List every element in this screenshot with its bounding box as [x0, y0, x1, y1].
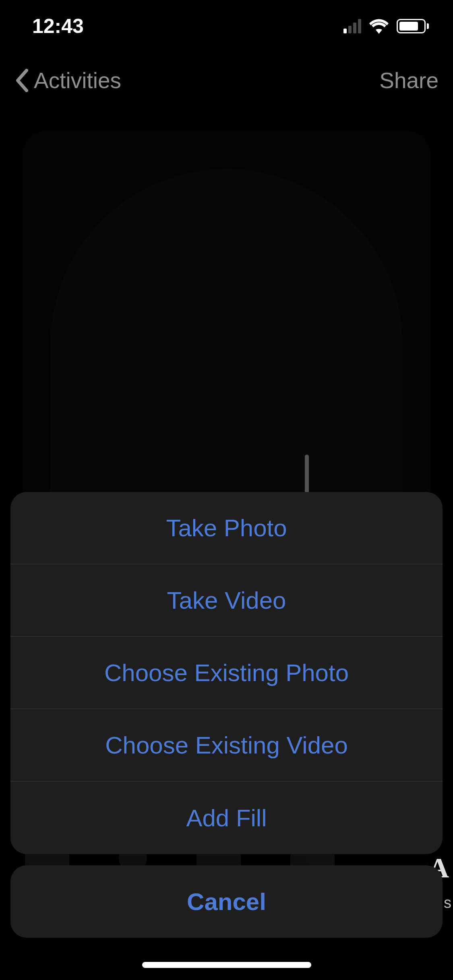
action-sheet-item-label: Choose Existing Photo [104, 659, 349, 687]
choose-existing-photo-button[interactable]: Choose Existing Photo [10, 637, 443, 709]
status-bar: 12:43 [0, 0, 453, 52]
action-sheet-item-label: Choose Existing Video [105, 731, 348, 759]
share-button[interactable]: Share [379, 68, 439, 93]
chevron-left-icon [14, 69, 28, 92]
action-sheet-cancel-group: Cancel [10, 865, 443, 938]
status-right [343, 19, 429, 34]
take-video-button[interactable]: Take Video [10, 564, 443, 637]
back-button[interactable]: Activities [14, 68, 121, 93]
action-sheet-item-label: Add Fill [186, 804, 267, 832]
back-label: Activities [34, 68, 121, 93]
take-photo-button[interactable]: Take Photo [10, 492, 443, 564]
nav-bar: Activities Share [0, 60, 453, 101]
cancel-label: Cancel [187, 888, 266, 916]
action-sheet-group: Take Photo Take Video Choose Existing Ph… [10, 492, 443, 854]
home-indicator[interactable] [142, 962, 311, 968]
cellular-icon [343, 19, 361, 33]
cancel-button[interactable]: Cancel [10, 865, 443, 938]
action-sheet-item-label: Take Photo [166, 514, 287, 542]
share-label: Share [379, 68, 439, 93]
obscured-glyph-2: s [444, 894, 451, 912]
wifi-icon [368, 19, 389, 34]
action-sheet-item-label: Take Video [167, 587, 286, 614]
action-sheet: Take Photo Take Video Choose Existing Ph… [10, 492, 443, 938]
battery-icon [397, 19, 429, 33]
add-fill-button[interactable]: Add Fill [10, 782, 443, 854]
status-time: 12:43 [32, 14, 84, 38]
choose-existing-video-button[interactable]: Choose Existing Video [10, 709, 443, 782]
